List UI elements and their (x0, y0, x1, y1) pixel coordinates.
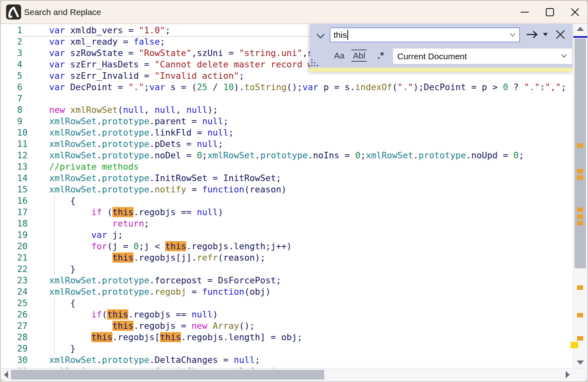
code-token: refr (197, 253, 218, 263)
regex-button[interactable]: .* (374, 50, 387, 62)
code-token: ; (561, 82, 566, 92)
line-number: 19 (17, 229, 28, 241)
code-token: xmlRowSet (49, 355, 97, 365)
code-token: .parent = (149, 116, 202, 126)
code-token: null (197, 139, 218, 149)
code-token: ; (228, 127, 234, 138)
code-token: ; (144, 218, 149, 229)
scroll-up-button[interactable] (573, 26, 587, 32)
code-token: null (197, 207, 218, 217)
code-token: false (134, 37, 160, 47)
find-next-button[interactable] (525, 28, 540, 41)
code-token (65, 105, 70, 115)
line-number: 27 (17, 320, 28, 332)
code-token: { (49, 298, 75, 308)
code-token: szRowState = (65, 48, 139, 58)
code-token (49, 309, 91, 319)
scroll-down-button[interactable] (573, 359, 587, 366)
text-editor[interactable]: 1var xmldb_vers = "1.0";2var xml_ready =… (0, 24, 573, 368)
code-token: 0 (355, 150, 360, 160)
code-token: prototype (102, 139, 149, 149)
code-token: = (186, 287, 202, 297)
code-token: ; (360, 150, 366, 160)
vertical-scrollbar-thumb[interactable] (575, 39, 586, 268)
code-token: ; (519, 150, 524, 160)
code-token: 0 (134, 241, 139, 251)
line-number: 11 (17, 138, 28, 150)
expand-replace-button[interactable] (315, 31, 326, 41)
line-number: 22 (17, 263, 28, 275)
code-token: var (49, 48, 65, 58)
code-token: .noUpd = (466, 150, 513, 160)
code-line: 23xmlRowSet.prototype.forcepost = DsForc… (0, 275, 573, 286)
line-number: 26 (17, 309, 28, 320)
code-token: (); (239, 321, 255, 331)
code-token: prototype (418, 150, 466, 160)
resize-grip[interactable] (311, 59, 319, 67)
code-token: "Invalid action" (155, 71, 239, 81)
search-match: this (91, 332, 112, 342)
close-search-button[interactable] (553, 28, 568, 41)
code-token: "Cannot delete master record w (155, 59, 313, 69)
minimize-icon (519, 7, 530, 17)
line-number: 4 (17, 59, 22, 70)
scroll-left-button[interactable] (2, 369, 11, 381)
code-token: "." (397, 82, 413, 92)
code-token: var (49, 71, 65, 81)
match-case-button[interactable]: Aa (332, 50, 347, 62)
code-line: 8new xmlRowSet(null, null, null); (0, 104, 573, 116)
search-status-strip (310, 68, 573, 72)
code-token: s = ( (165, 82, 197, 92)
app-icon (6, 4, 21, 19)
code-token: ( (102, 309, 107, 319)
text-caret (347, 30, 348, 40)
code-token: prototype (102, 184, 149, 194)
code-token: prototype (102, 275, 149, 285)
code-token: ; (160, 37, 165, 47)
line-number: 13 (17, 161, 28, 173)
code-line: 28 this.regobjs[this.regobjs.length] = o… (0, 332, 573, 343)
code-token: 0 (503, 82, 508, 92)
line-number: 29 (17, 343, 28, 354)
code-token: 0 (513, 150, 519, 160)
scrollbar-match-marker (577, 313, 583, 317)
code-token: ( (392, 82, 397, 92)
scrollbar-match-marker (577, 143, 583, 148)
code-line: 15xmlRowSet.prototype.notify = function(… (0, 184, 573, 195)
code-line: 19 var j; (0, 229, 573, 241)
line-number: 16 (17, 195, 28, 207)
search-input[interactable]: this (330, 28, 520, 42)
code-token: prototype (260, 150, 308, 160)
horizontal-scrollbar[interactable] (1, 368, 587, 381)
maximize-button[interactable] (537, 0, 562, 24)
line-number: 15 (17, 184, 28, 195)
vertical-scrollbar[interactable] (573, 24, 587, 368)
triangle-left-icon (4, 371, 8, 378)
close-icon (555, 29, 566, 40)
scroll-right-button[interactable] (563, 369, 572, 381)
code-token: "." (128, 82, 144, 92)
code-token: ); (207, 105, 218, 115)
search-history-dropdown-icon[interactable] (509, 32, 516, 39)
code-token: );DecPoint = p > (413, 82, 503, 92)
code-line: 30xmlRowSet.prototype.DeltaChanges = nul… (0, 354, 573, 366)
code-token: .InitRowSet = InitRowSet; (149, 173, 281, 183)
code-token: . (97, 150, 102, 160)
close-button[interactable] (562, 0, 588, 24)
code-token: null (192, 309, 213, 319)
code-token: . (97, 127, 102, 138)
minimize-button[interactable] (512, 0, 537, 24)
find-options-dropdown[interactable] (542, 32, 549, 37)
horizontal-scrollbar-thumb[interactable] (11, 370, 324, 380)
search-match: this (160, 332, 181, 342)
code-token: (reason) (244, 184, 286, 194)
code-token: xmlRowSet (49, 184, 97, 194)
code-token: xmlRowSet (49, 287, 97, 297)
line-number: 24 (17, 286, 28, 298)
line-number: 6 (17, 82, 22, 93)
code-token: Array (213, 321, 239, 331)
whole-word-button[interactable]: Abl (351, 50, 367, 62)
code-token: for (91, 241, 107, 251)
line-number: 12 (17, 150, 28, 161)
search-scope-select[interactable]: Current Document (393, 48, 572, 64)
